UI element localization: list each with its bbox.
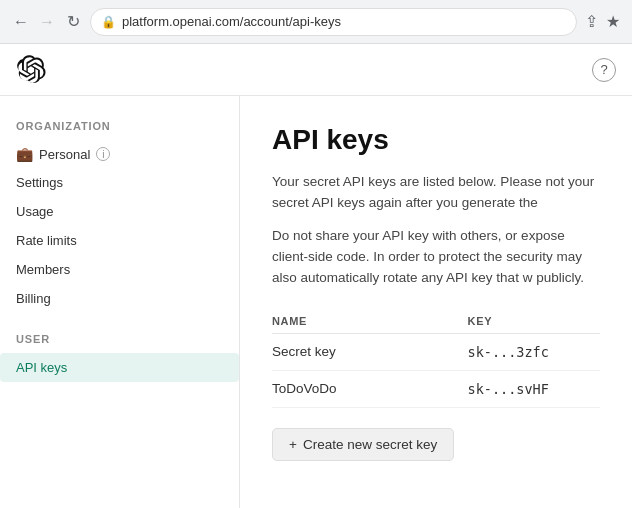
content-area: API keys Your secret API keys are listed… (240, 96, 632, 508)
key-value-cell: sk-...3zfc (468, 333, 600, 370)
back-button[interactable]: ← (12, 13, 30, 31)
create-key-label: Create new secret key (303, 437, 437, 452)
help-button[interactable]: ? (592, 58, 616, 82)
share-icon[interactable]: ⇪ (585, 12, 598, 31)
lock-icon: 🔒 (101, 15, 116, 29)
org-item: 💼 Personal i (0, 140, 239, 168)
description-paragraph-2: Do not share your API key with others, o… (272, 226, 600, 289)
refresh-button[interactable]: ↻ (64, 13, 82, 31)
forward-button[interactable]: → (38, 13, 56, 31)
sidebar-item-settings[interactable]: Settings (0, 168, 239, 197)
sidebar-item-api-keys[interactable]: API keys (0, 353, 239, 382)
browser-chrome: ← → ↻ 🔒 platform.openai.com/account/api-… (0, 0, 632, 44)
col-header-name: NAME (272, 309, 468, 334)
key-name-cell: Secret key (272, 333, 468, 370)
address-bar[interactable]: 🔒 platform.openai.com/account/api-keys (90, 8, 577, 36)
url-text: platform.openai.com/account/api-keys (122, 14, 341, 29)
app-header: ? (0, 44, 632, 96)
openai-logo (16, 55, 46, 85)
org-name: Personal (39, 147, 90, 162)
sidebar-item-members[interactable]: Members (0, 255, 239, 284)
main-layout: ORGANIZATION 💼 Personal i Settings Usage… (0, 96, 632, 508)
sidebar-item-rate-limits[interactable]: Rate limits (0, 226, 239, 255)
sidebar: ORGANIZATION 💼 Personal i Settings Usage… (0, 96, 240, 508)
table-row: Secret key sk-...3zfc (272, 333, 600, 370)
info-icon[interactable]: i (96, 147, 110, 161)
bookmark-icon[interactable]: ★ (606, 12, 620, 31)
sidebar-item-usage[interactable]: Usage (0, 197, 239, 226)
key-name-cell: ToDoVoDo (272, 370, 468, 407)
table-row: ToDoVoDo sk-...svHF (272, 370, 600, 407)
page-title: API keys (272, 124, 600, 156)
col-header-key: KEY (468, 309, 600, 334)
org-section-label: ORGANIZATION (0, 120, 239, 132)
key-value-cell: sk-...svHF (468, 370, 600, 407)
briefcase-icon: 💼 (16, 146, 33, 162)
description-paragraph-1: Your secret API keys are listed below. P… (272, 172, 600, 214)
api-keys-table: NAME KEY Secret key sk-...3zfc ToDoVoDo … (272, 309, 600, 408)
sidebar-item-billing[interactable]: Billing (0, 284, 239, 313)
user-section-label: USER (0, 333, 239, 345)
create-secret-key-button[interactable]: + Create new secret key (272, 428, 454, 461)
plus-icon: + (289, 437, 297, 452)
browser-action-buttons: ⇪ ★ (585, 12, 620, 31)
user-section: USER API keys (0, 333, 239, 382)
